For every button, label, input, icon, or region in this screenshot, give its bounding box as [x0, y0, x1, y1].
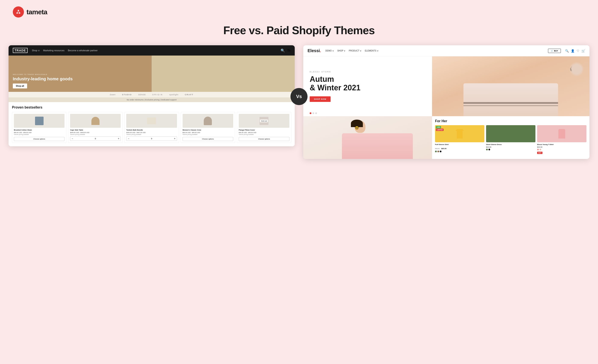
panel-paid-theme: Elessi. DEMO ∨ SHOP ∨ PRODUCT ∨ ELEMENTS…: [299, 45, 590, 159]
theme-spotlight[interactable]: spotlight: [169, 94, 179, 96]
product-4-choose-options[interactable]: Choose options: [183, 137, 233, 141]
elessi-logo: Elessi.: [307, 48, 321, 53]
trade-product-5: Sold out Flange Pillow Cover $40.00 USD …: [237, 112, 291, 143]
price-old: $80.00: [435, 148, 440, 149]
theme-craft[interactable]: CRAFT: [185, 94, 193, 96]
product-2-qty-plus[interactable]: +: [117, 137, 120, 140]
product-1-choose-options[interactable]: Choose options: [14, 137, 65, 141]
for-her-product-1-price: $80.00 $65.00: [435, 146, 484, 150]
trade-navbar: TRADE Shop ∨ Marketing resources Become …: [8, 45, 295, 56]
theme-dawn[interactable]: Dawn: [110, 94, 116, 96]
elessi-model-image: 🤓: [303, 116, 432, 159]
product-4-volume: Volume pricing available: [183, 134, 233, 135]
for-her-title: For Her: [435, 119, 586, 123]
search-icon[interactable]: 🔍: [281, 49, 285, 53]
product-1-price: $50.00 USD - $59.00 USD: [14, 132, 65, 133]
trade-hero-content: WELCOME TO TRADE WHOLESALE Industry-lead…: [13, 74, 73, 88]
elessi-nav-elements[interactable]: ELEMENTS ∨: [365, 50, 378, 52]
product-4-price: $50.00 USD - $59.00 USD: [183, 132, 233, 133]
search-icon[interactable]: 🔍: [565, 49, 569, 53]
product-2-image: [70, 114, 121, 128]
product-2-price: $449.00 USD - $499.00 USD: [70, 132, 121, 133]
theme-sense[interactable]: SENSE: [138, 94, 146, 96]
product-1-volume: Volume pricing available: [14, 134, 65, 135]
swatch-pink[interactable]: [537, 149, 539, 150]
for-her-product-2-name: Short Sleeve Dress: [486, 144, 535, 145]
vs-badge: Vs: [291, 88, 307, 105]
user-icon[interactable]: 👤: [571, 49, 574, 53]
product-3-qty-minus[interactable]: −: [127, 137, 130, 140]
product-5-image: Sold out: [239, 114, 289, 128]
trade-product-4: Women's Classic Crew $50.00 USD - $59.00…: [181, 112, 235, 143]
carousel-dot-3[interactable]: [315, 112, 317, 114]
shirt-pink-icon: [558, 129, 566, 139]
cart-icon[interactable]: 🛍: [287, 49, 291, 53]
trade-themes-bar: Dawn STUDIO SENSE ORIGIN spotlight CRAFT: [8, 92, 295, 97]
elessi-buy-button[interactable]: 🛒 BUY: [548, 49, 561, 53]
elessi-products-section: 🤓 For Her -19% LIMITED: [303, 116, 590, 159]
product-3-qty-plus[interactable]: +: [174, 137, 176, 140]
trade-product-1: Brushed Cotton Sham $50.00 USD - $59.00 …: [12, 112, 66, 143]
trade-product-2: Cape Side Table $449.00 USD - $499.00 US…: [68, 112, 123, 143]
trade-products-title: Proven bestsellers: [12, 106, 291, 109]
elessi-shop-now-button[interactable]: SHOP NOW: [310, 96, 331, 102]
elessi-carousel-dots: [310, 112, 317, 114]
product-3-image: [126, 114, 177, 128]
product-3-name: Turkish Bath Bundle: [126, 129, 177, 131]
elessi-nav-product[interactable]: PRODUCT ∨: [349, 50, 361, 52]
trade-nav-links: Shop ∨ Marketing resources Become a whol…: [32, 49, 276, 52]
trade-browser-window: TRADE Shop ∨ Marketing resources Become …: [8, 45, 295, 146]
product-2-qty-minus[interactable]: −: [71, 137, 74, 140]
trade-hero: WELCOME TO TRADE WHOLESALE Industry-lead…: [8, 56, 295, 92]
for-her-product-grid: -19% LIMITED Puff Sleeve Shirt $80.00 $6…: [435, 125, 586, 154]
brand-name: tameta: [26, 8, 47, 16]
elessi-hero: ELESSI STORE Autum& Winter 2021 SHOP NOW: [303, 56, 590, 116]
elessi-nav-shop[interactable]: SHOP ∨: [337, 50, 345, 52]
carousel-dot-2[interactable]: [312, 112, 314, 114]
color-swatches-3: [537, 149, 586, 150]
swatch-nude[interactable]: [540, 149, 541, 150]
trade-shop-all-button[interactable]: Shop all: [13, 83, 27, 88]
wishlist-icon[interactable]: ♡: [577, 49, 579, 53]
for-her-product-2: Short Sleeve Dress $24.00: [486, 125, 535, 154]
swatch-green-2[interactable]: [486, 149, 488, 150]
product-5-choose-options[interactable]: Choose options: [239, 137, 289, 141]
trade-nav-wholesale[interactable]: Become a wholesale partner: [68, 49, 98, 52]
trade-promo-bar: No order minimums | Exclusive pricing | …: [8, 97, 295, 102]
elessi-nav-icons: 🔍 👤 ♡ 🛒: [565, 49, 585, 53]
theme-studio[interactable]: STUDIO: [122, 94, 132, 96]
product-1-image: [14, 114, 65, 128]
elessi-logo-dot: .: [320, 48, 321, 53]
for-her-img-2: [486, 125, 535, 142]
for-her-img-3: [537, 125, 586, 142]
trade-hero-title: Industry-leading home goods: [13, 76, 73, 81]
elessi-model-section: 🤓: [303, 116, 432, 159]
shirt-yellow-icon: [456, 129, 464, 139]
elessi-store-label: ELESSI STORE: [310, 71, 426, 73]
swatch-black-2[interactable]: [489, 149, 490, 150]
brand-logo[interactable]: tameta: [13, 6, 47, 17]
theme-origin[interactable]: ORIGIN: [152, 94, 163, 96]
elessi-nav-links: DEMO ∨ SHOP ∨ PRODUCT ∨ ELEMENTS ∨: [325, 50, 544, 52]
trade-nav-shop[interactable]: Shop ∨: [32, 49, 40, 52]
for-her-product-3-price: $32.00: [537, 146, 586, 148]
product-4-image: [183, 114, 233, 128]
product-4-name: Women's Classic Crew: [183, 129, 233, 131]
carousel-dot-1[interactable]: [310, 112, 311, 114]
elessi-nav-demo[interactable]: DEMO ∨: [325, 50, 334, 52]
cart-icon[interactable]: 🛒: [581, 49, 585, 53]
cart-small-icon: 🛒: [551, 50, 553, 52]
trade-nav-marketing[interactable]: Marketing resources: [43, 49, 65, 52]
color-swatches-1: [435, 151, 484, 152]
swatch-black[interactable]: [440, 151, 441, 152]
product-5-name: Flange Pillow Cover: [239, 129, 289, 131]
page-header: tameta: [0, 0, 598, 22]
product-5-price: $40.00 USD - $49.00 USD: [239, 132, 289, 133]
swatch-green[interactable]: [435, 151, 437, 152]
price-new: $65.00: [441, 148, 446, 149]
elessi-hero-content: ELESSI STORE Autum& Winter 2021 SHOP NOW: [303, 56, 432, 116]
trade-logo: TRADE: [13, 48, 28, 53]
trade-products-section: Proven bestsellers Brushed Cotton Sham $…: [8, 102, 295, 146]
swatch-brown[interactable]: [437, 151, 439, 152]
trade-product-3: Turkish Bath Bundle $430.00 USD - $467.0…: [124, 112, 179, 143]
